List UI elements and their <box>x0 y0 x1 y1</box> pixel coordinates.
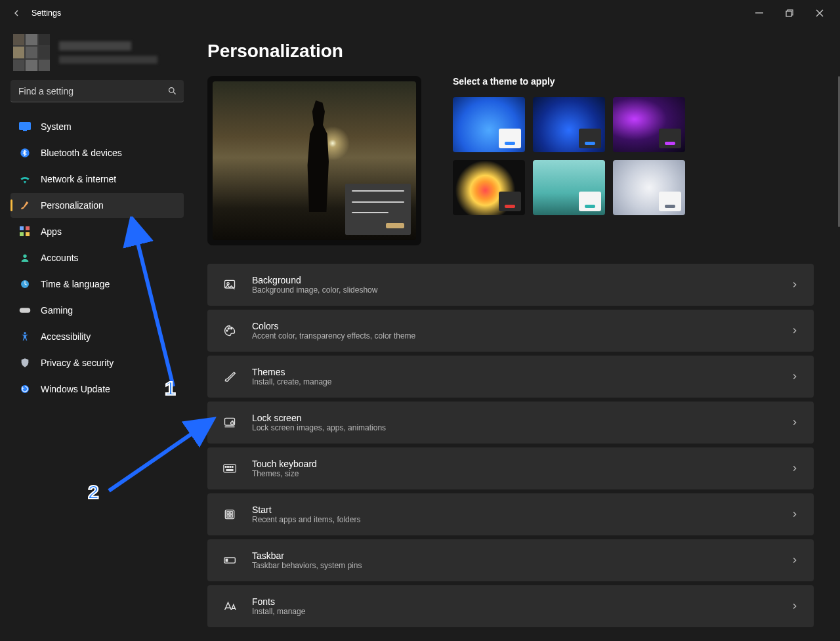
chevron-right-icon <box>790 556 799 565</box>
nav-system[interactable]: System <box>10 114 184 139</box>
themes-section: Select a theme to apply <box>453 76 685 215</box>
svg-rect-21 <box>231 422 234 424</box>
theme-thumb-4[interactable] <box>533 160 605 215</box>
svg-rect-31 <box>227 515 229 517</box>
card-title: Themes <box>252 367 331 377</box>
svg-rect-26 <box>232 466 233 468</box>
nav-network[interactable]: Network & internet <box>10 167 184 192</box>
search-icon <box>167 86 177 96</box>
theme-swatch <box>499 192 521 211</box>
background-icon <box>222 278 238 291</box>
gamepad-icon <box>19 306 31 315</box>
nav-accounts[interactable]: Accounts <box>10 245 184 270</box>
svg-rect-23 <box>225 466 226 468</box>
theme-swatch <box>659 192 681 211</box>
theme-swatch <box>499 129 521 148</box>
nav-gaming[interactable]: Gaming <box>10 298 184 323</box>
search-box[interactable] <box>10 80 184 102</box>
person-icon <box>20 253 30 263</box>
taskbar-icon <box>222 556 238 565</box>
nav-personalization[interactable]: Personalization <box>10 193 184 218</box>
nav-label: Accessibility <box>41 331 91 342</box>
card-background[interactable]: BackgroundBackground image, color, slide… <box>207 264 814 306</box>
svg-point-17 <box>226 330 228 331</box>
card-lock-screen[interactable]: Lock screenLock screen images, apps, ani… <box>207 402 814 444</box>
theme-thumb-5[interactable] <box>613 160 685 215</box>
card-desc: Background image, color, slideshow <box>252 285 377 295</box>
theme-thumb-1[interactable] <box>533 97 605 152</box>
chevron-right-icon <box>790 418 799 427</box>
accessibility-icon <box>20 331 30 342</box>
card-desc: Lock screen images, apps, animations <box>252 423 386 432</box>
arrow-left-icon <box>11 8 22 18</box>
start-icon <box>222 508 238 521</box>
bluetooth-icon <box>20 148 30 158</box>
card-title: Taskbar <box>252 550 362 561</box>
svg-rect-9 <box>26 232 30 236</box>
search-input[interactable] <box>17 85 162 97</box>
user-block[interactable] <box>10 31 184 80</box>
chevron-right-icon <box>790 280 799 289</box>
nav-label: Privacy & security <box>41 358 114 368</box>
close-button[interactable] <box>805 3 835 24</box>
card-start[interactable]: StartRecent apps and items, folders <box>207 493 814 535</box>
svg-point-2 <box>169 88 175 93</box>
card-desc: Recent apps and items, folders <box>252 515 360 524</box>
nav-label: Bluetooth & devices <box>41 148 122 158</box>
theme-thumb-0[interactable] <box>453 97 525 152</box>
chevron-right-icon <box>790 510 799 519</box>
svg-rect-8 <box>20 232 24 236</box>
themes-icon <box>222 370 238 383</box>
card-title: Background <box>252 275 377 285</box>
nav-accessibility[interactable]: Accessibility <box>10 324 184 349</box>
svg-rect-32 <box>230 515 232 517</box>
system-icon <box>19 122 31 131</box>
nav-bluetooth[interactable]: Bluetooth & devices <box>10 140 184 165</box>
paintbrush-icon <box>20 200 30 211</box>
nav-apps[interactable]: Apps <box>10 219 184 244</box>
main-content: Personalization Select a theme to apply … <box>194 26 840 641</box>
card-fonts[interactable]: FontsInstall, manage <box>207 585 814 627</box>
chevron-right-icon <box>790 602 799 611</box>
card-taskbar[interactable]: TaskbarTaskbar behaviors, system pins <box>207 539 814 581</box>
svg-rect-1 <box>786 11 791 16</box>
back-button[interactable] <box>5 2 28 24</box>
sidebar: System Bluetooth & devices Network & int… <box>0 26 194 641</box>
card-colors[interactable]: ColorsAccent color, transparency effects… <box>207 310 814 352</box>
nav-label: System <box>41 121 72 132</box>
card-touch-keyboard[interactable]: Touch keyboardThemes, size <box>207 447 814 489</box>
maximize-button[interactable] <box>774 3 805 24</box>
theme-thumb-2[interactable] <box>613 97 685 152</box>
chevron-right-icon <box>790 326 799 335</box>
nav-label: Network & internet <box>41 174 116 184</box>
clock-globe-icon <box>20 279 30 289</box>
svg-rect-34 <box>226 559 228 561</box>
card-title: Colors <box>252 321 415 331</box>
shield-icon <box>20 358 30 368</box>
card-desc: Themes, size <box>252 469 317 478</box>
nav-time-language[interactable]: Time & language <box>10 272 184 297</box>
card-title: Fonts <box>252 596 305 607</box>
fonts-icon <box>222 600 238 612</box>
minimize-button[interactable] <box>744 3 774 24</box>
lock-screen-icon <box>222 416 238 429</box>
card-desc: Install, manage <box>252 607 305 616</box>
themes-header: Select a theme to apply <box>453 76 685 87</box>
close-icon <box>816 9 824 17</box>
svg-point-16 <box>227 283 229 285</box>
theme-thumb-3[interactable] <box>453 160 525 215</box>
nav-label: Windows Update <box>41 384 110 394</box>
svg-rect-22 <box>224 465 236 472</box>
nav-list: System Bluetooth & devices Network & int… <box>10 114 184 402</box>
card-desc: Accent color, transparency effects, colo… <box>252 331 415 341</box>
nav-windows-update[interactable]: Windows Update <box>10 377 184 402</box>
apps-icon <box>20 226 30 237</box>
svg-rect-3 <box>19 122 31 130</box>
update-icon <box>20 384 30 394</box>
theme-swatch <box>579 192 601 211</box>
card-themes[interactable]: ThemesInstall, create, manage <box>207 356 814 398</box>
card-title: Lock screen <box>252 413 386 423</box>
minimize-icon <box>755 9 763 17</box>
nav-privacy-security[interactable]: Privacy & security <box>10 350 184 375</box>
svg-rect-6 <box>20 226 24 230</box>
